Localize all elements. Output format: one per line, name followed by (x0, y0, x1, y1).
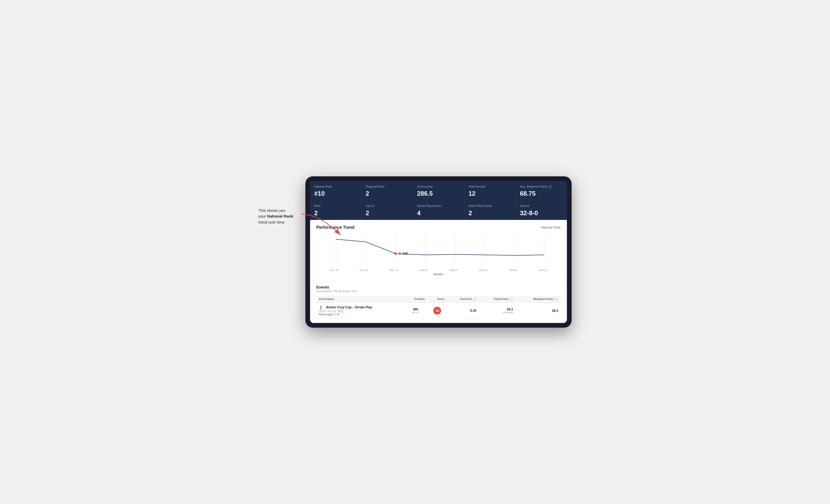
event-golf-icon: 🏌 (319, 305, 323, 310)
chart-x-axis-label: Months (316, 273, 561, 276)
score-badge: -22 (433, 307, 441, 314)
event-score: -22 (427, 303, 447, 318)
stat-regional-rank: Regional Rank 2 (361, 181, 413, 200)
month-may24: MAY 24 (528, 269, 558, 272)
performance-title: Performance Trend (316, 225, 354, 230)
content-area: National Rank #10 Regional Rank 2 Scorin… (310, 181, 567, 323)
events-table-body: 🏌 Buster Cozy Cup – Stroke Play Oct 9 – … (316, 303, 561, 318)
performance-chart: #10 (316, 234, 561, 268)
month-feb24: FEB 24 (439, 269, 469, 272)
svg-point-9 (394, 252, 397, 255)
stat-record: Record 32-8-0 (516, 200, 567, 220)
info-icon-total-points[interactable]: i (510, 298, 513, 301)
performance-section: Performance Trend National Rank (310, 220, 567, 280)
stat-match-play-events: Match Play Events 2 (464, 200, 515, 220)
month-oct23: OCT 23 (319, 269, 349, 272)
tooltip-annotation: This shows you your National Rank trend … (258, 208, 293, 225)
events-header-row: Event Name Position Score Event SG (316, 296, 561, 303)
event-name: Buster Cozy Cup – Stroke Play (326, 305, 372, 309)
event-weighted-points: 28.3 (515, 303, 561, 318)
stat-avg-weighted-points: Avg. Weighted Points i 68.75 (516, 181, 567, 200)
stat-total-rounds: Total Rounds 12 (464, 181, 515, 200)
stat-national-rank: National Rank #10 (310, 181, 361, 200)
stat-wins: Wins 2 (310, 200, 361, 220)
event-sg: 0.45 (447, 303, 479, 318)
event-name-cell: 🏌 Buster Cozy Cup – Stroke Play Oct 9 – … (316, 303, 404, 318)
svg-text:#10: #10 (403, 252, 408, 256)
rank-impact-arrow: ▼ (337, 313, 340, 316)
stat-top3s: Top 3s 2 (361, 200, 413, 220)
month-apr24: APR 24 (498, 269, 528, 272)
events-table-header: Event Name Position Score Event SG (316, 296, 561, 303)
col-event-sg: Event SG i (447, 296, 479, 303)
event-position: 6th out of 7 (404, 303, 427, 318)
stats-row-1: National Rank #10 Regional Rank 2 Scorin… (310, 181, 567, 200)
col-total-points: Total Points i (479, 296, 515, 303)
month-dec23: DEC 23 (379, 269, 409, 272)
stats-row-2: Wins 2 Top 3s 2 Stroke Play Events 4 Mat… (310, 200, 567, 220)
events-title: Events (316, 285, 561, 289)
info-icon-weighted-pts[interactable]: i (555, 298, 558, 301)
performance-chart-label: National Rank (541, 226, 561, 229)
month-nov23: NOV 23 (349, 269, 379, 272)
col-score: Score (427, 296, 447, 303)
events-section: Events Last updated: 24th November 2023 … (310, 280, 567, 323)
month-jan24: JAN 24 (409, 269, 439, 272)
col-event-name: Event Name (316, 296, 404, 303)
stat-scoring-avg: Scoring Avg. 286.5 (413, 181, 464, 200)
events-table: Event Name Position Score Event SG (316, 296, 561, 319)
chart-months: OCT 23 NOV 23 DEC 23 JAN 24 FEB 24 MAR 2… (316, 269, 561, 272)
svg-point-10 (399, 253, 401, 255)
performance-header: Performance Trend National Rank (316, 225, 561, 230)
tablet-screen: National Rank #10 Regional Rank 2 Scorin… (310, 181, 567, 323)
month-mar24: MAR 24 (469, 269, 499, 272)
tablet-device: National Rank #10 Regional Rank 2 Scorin… (306, 176, 572, 328)
events-last-updated: Last updated: 24th November 2023 (316, 290, 561, 293)
event-total-points: 28.3 3 Rounds (479, 303, 515, 318)
info-icon-weighted[interactable]: i (549, 185, 552, 188)
col-weighted-points: Weighted Points i (515, 296, 561, 303)
event-rank-impact: Rank Impact: 3 ▼ (319, 313, 402, 316)
col-position: Position (404, 296, 427, 303)
table-row: 🏌 Buster Cozy Cup – Stroke Play Oct 9 – … (316, 303, 561, 318)
stat-stroke-play-events: Stroke Play Events 4 (413, 200, 464, 220)
info-icon-event-sg[interactable]: i (473, 298, 476, 301)
event-date: Oct 9 – Oct 10, 2023 (319, 310, 402, 313)
chart-svg: #10 (316, 234, 561, 268)
page-wrapper: This shows you your National Rank trend … (258, 176, 572, 328)
